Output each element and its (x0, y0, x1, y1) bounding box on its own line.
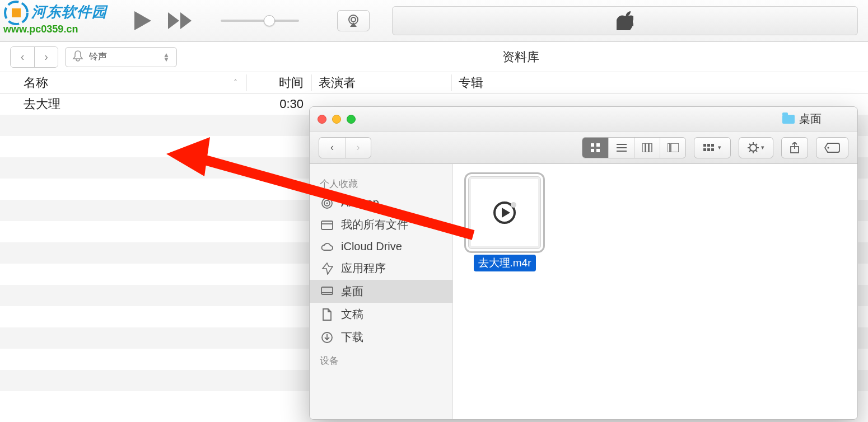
media-type-label: 铃声 (89, 51, 107, 63)
sidebar-item-downloads[interactable]: 下载 (310, 326, 452, 349)
svg-rect-21 (703, 148, 706, 151)
view-column-button[interactable] (634, 138, 660, 158)
svg-rect-8 (591, 149, 594, 152)
cloud-icon (320, 242, 334, 252)
finder-content[interactable]: 去大理.m4r (453, 164, 857, 419)
close-icon[interactable] (318, 115, 326, 124)
minimize-icon[interactable] (332, 115, 341, 124)
sidebar-item-allfiles[interactable]: 我的所有文件 (310, 213, 452, 236)
finder-back-button[interactable]: ‹ (319, 138, 345, 158)
column-time[interactable]: 时间 (246, 74, 311, 91)
sidebar-item-docs[interactable]: 文稿 (310, 303, 452, 326)
svg-line-30 (755, 150, 757, 152)
svg-rect-16 (668, 143, 670, 152)
bell-icon (72, 50, 83, 64)
document-icon (320, 308, 334, 321)
svg-rect-19 (707, 144, 710, 147)
library-label: 资料库 (184, 49, 858, 65)
lcd-panel (392, 6, 858, 35)
zoom-icon[interactable] (347, 115, 356, 124)
file-name: 去大理.m4r (474, 255, 536, 271)
watermark: 河东软件园 www.pc0359.cn (3, 0, 107, 35)
svg-point-35 (827, 147, 829, 148)
sidebar-item-icloud[interactable]: iCloud Drive (310, 236, 452, 257)
download-icon (320, 331, 334, 344)
svg-rect-17 (671, 143, 679, 152)
svg-line-31 (749, 150, 751, 152)
svg-marker-0 (134, 11, 151, 30)
folder-icon (782, 115, 795, 124)
back-button[interactable]: ‹ (11, 47, 34, 67)
nav-back-forward: ‹ › (10, 46, 58, 68)
tags-button[interactable] (816, 138, 848, 158)
sort-asc-icon: ˄ (234, 78, 237, 87)
arrange-button[interactable]: ▾ (694, 138, 730, 158)
sidebar-section-devices: 设备 (310, 352, 452, 369)
allfiles-icon (320, 219, 334, 231)
share-button[interactable] (782, 138, 808, 158)
ringtone-file-icon (468, 176, 541, 249)
media-type-picker[interactable]: 铃声 ▲▼ (65, 47, 177, 67)
svg-rect-51 (12, 8, 21, 17)
sidebar-item-airdrop[interactable]: AirDrop (310, 193, 452, 213)
column-album[interactable]: 专辑 (451, 74, 868, 91)
apps-icon (320, 262, 334, 275)
svg-rect-41 (321, 287, 333, 294)
forward-button[interactable] (168, 12, 194, 29)
sidebar-section-favorites: 个人收藏 (310, 175, 452, 193)
svg-rect-39 (321, 221, 333, 229)
svg-point-47 (511, 202, 516, 208)
column-name[interactable]: 名称 ˄ (0, 74, 246, 91)
airdrop-icon (320, 197, 334, 209)
view-list-button[interactable] (608, 138, 634, 158)
sidebar-item-apps[interactable]: 应用程序 (310, 257, 452, 280)
svg-rect-18 (703, 144, 706, 147)
play-button[interactable] (133, 10, 152, 31)
svg-rect-13 (642, 143, 645, 152)
svg-marker-1 (168, 12, 179, 29)
finder-window: 桌面 ‹ › ▾ ▾ 个人收藏 AirDrop 我的所有文件 iCloud Dr… (309, 106, 858, 420)
svg-rect-7 (596, 143, 600, 147)
airplay-button[interactable] (337, 10, 370, 31)
chevron-updown-icon: ▲▼ (163, 53, 170, 62)
action-button[interactable]: ▾ (739, 138, 773, 158)
svg-rect-15 (649, 143, 652, 152)
svg-marker-2 (180, 12, 192, 29)
forward-button-2[interactable]: › (34, 47, 58, 67)
finder-forward-button[interactable]: › (345, 138, 371, 158)
svg-rect-20 (711, 144, 714, 147)
finder-title: 桌面 (799, 111, 822, 126)
desktop-icon (320, 287, 334, 297)
svg-point-38 (326, 202, 328, 204)
apple-logo-icon (617, 11, 633, 30)
svg-line-32 (755, 144, 757, 146)
sidebar-item-desktop[interactable]: 桌面 (310, 280, 452, 303)
file-item[interactable]: 去大理.m4r (465, 176, 544, 271)
svg-rect-9 (596, 149, 600, 152)
svg-point-4 (351, 17, 356, 22)
view-icon-button[interactable] (582, 138, 608, 158)
volume-slider[interactable] (221, 20, 299, 22)
svg-line-29 (749, 144, 751, 146)
svg-marker-46 (502, 208, 510, 218)
svg-rect-6 (591, 143, 594, 147)
svg-rect-14 (646, 143, 648, 152)
finder-sidebar: 个人收藏 AirDrop 我的所有文件 iCloud Drive 应用程序 桌面… (310, 164, 453, 419)
svg-rect-23 (711, 148, 714, 151)
view-gallery-button[interactable] (660, 138, 685, 158)
column-artist[interactable]: 表演者 (311, 74, 451, 91)
svg-rect-22 (707, 148, 710, 151)
